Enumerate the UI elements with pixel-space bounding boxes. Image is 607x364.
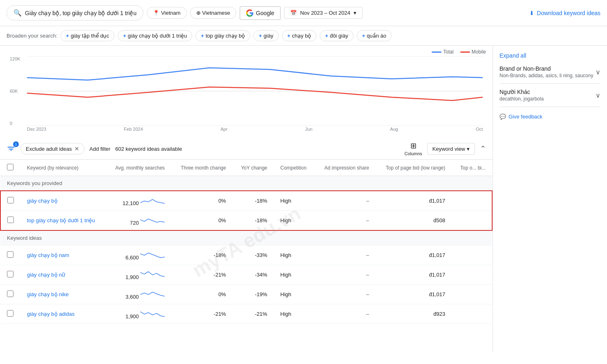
idea-row-1-competition: High	[274, 265, 315, 285]
idea-row-2-top-page-low: đ1,017	[376, 285, 452, 304]
filter-button[interactable]: 1	[7, 144, 16, 154]
broaden-chip-0[interactable]: +giày tập thể dục	[60, 30, 114, 41]
provided-row-0-check[interactable]	[0, 191, 20, 211]
idea-row-1-check[interactable]	[0, 265, 20, 285]
idea-row-3-check[interactable]	[0, 304, 20, 324]
legend-total: Total	[432, 49, 453, 55]
idea-row-1-top-page-low: đ1,017	[376, 265, 452, 285]
select-all-checkbox[interactable]	[7, 164, 13, 170]
idea-row-0-yoy: -33%	[233, 246, 274, 265]
exclude-adult-close-icon[interactable]: ✕	[74, 145, 79, 152]
idea-row-2-check[interactable]	[0, 285, 20, 304]
sidebar-section-brand-text: Brand or Non-Brand Non-Brands, adidas, a…	[499, 65, 593, 78]
download-label: Download keyword ideas	[537, 10, 600, 16]
idea-row-0-avg: 6,600	[105, 246, 171, 265]
broaden-label: Broaden your search:	[7, 33, 57, 39]
google-icon	[246, 9, 253, 17]
keyword-view-button[interactable]: Keyword view ▾	[427, 143, 475, 155]
filter-bar: 1 Exclude adult ideas ✕ Add filter 602 k…	[0, 138, 493, 160]
sparkline-idea-2	[140, 289, 165, 299]
provided-row-1-competition: High	[274, 211, 315, 231]
provided-row-1-avg: 720	[105, 211, 171, 231]
date-range-selector[interactable]: 📅 Nov 2023 – Oct 2024 ▾	[284, 7, 363, 19]
idea-row-3-yoy: -21%	[233, 304, 274, 324]
provided-row-1-top-page-high	[452, 211, 492, 231]
provided-row-1: top giày chạy bộ dưới 1 triệu 720 0% -18…	[0, 211, 492, 231]
x-label-3: Jun	[305, 127, 313, 132]
keyword-table: Keyword (by relevance) Avg. monthly sear…	[0, 160, 493, 324]
table-wrapper: myTA edu.vn Keyword (by relevance) Avg. …	[0, 160, 493, 324]
date-chevron-icon: ▾	[354, 10, 356, 16]
x-label-0: Dec 2023	[27, 127, 46, 132]
mobile-legend-dot	[460, 51, 470, 53]
language-filter[interactable]: ⊕ Vietnamese	[190, 7, 236, 19]
broaden-chip-3[interactable]: +giày	[253, 30, 278, 41]
main-layout: Total Mobile 120K 60K 0	[0, 46, 607, 353]
provided-row-0: giày chạy bộ 12,100 0% -18% High – đ1,01…	[0, 191, 492, 211]
total-legend-dot	[432, 51, 441, 53]
chart-svg	[27, 56, 483, 126]
idea-row-0-ad-impression: –	[315, 246, 376, 265]
broaden-chip-6[interactable]: +quần áo	[357, 30, 392, 41]
th-top-page-high: Top o... bi...	[452, 160, 492, 176]
x-label-4: Aug	[390, 127, 398, 132]
idea-row-3-top-page-low: đ923	[376, 304, 452, 324]
columns-button[interactable]: ⊞ Columns	[404, 141, 422, 156]
idea-row-2-top-page-high	[452, 285, 492, 304]
chart-yaxis: 120K 60K 0	[10, 56, 27, 126]
idea-row-2-avg: 3,600	[105, 285, 171, 304]
idea-row-0: giày chạy bộ nam 6,600 -18% -33% High – …	[0, 246, 492, 265]
provided-row-0-three-month: 0%	[171, 191, 233, 211]
section-provided-row: Keywords you provided	[0, 176, 492, 191]
idea-row-3: giày chạy bộ adidas 1,900 -21% -21% High…	[0, 304, 492, 324]
sidebar-section-nguoi-khac-title: Người Khác	[499, 89, 544, 95]
broaden-chip-4[interactable]: +chạy bộ	[282, 30, 317, 41]
provided-row-1-ad-impression: –	[315, 211, 376, 231]
idea-row-0-top-page-low: đ1,017	[376, 246, 452, 265]
feedback-label: Give feedback	[508, 114, 542, 120]
feedback-icon: 💬	[499, 114, 506, 120]
exclude-adult-chip[interactable]: Exclude adult ideas ✕	[20, 143, 85, 154]
location-filter[interactable]: 📍 Vietnam	[147, 7, 186, 19]
search-box[interactable]: 🔍 Giày chạy bộ, top giày chạy bộ dưới 1 …	[7, 5, 143, 20]
search-icon: 🔍	[13, 9, 22, 17]
give-feedback-button[interactable]: 💬 Give feedback	[499, 114, 600, 120]
expand-all-button[interactable]: Expand all	[499, 52, 600, 59]
idea-row-1: giày chạy bộ nữ 1,900 -21% -34% High – đ…	[0, 265, 492, 285]
y-label-2: 0	[10, 121, 24, 126]
th-avg-monthly: Avg. monthly searches	[105, 160, 171, 176]
idea-row-0-keyword: giày chạy bộ nam	[20, 246, 105, 265]
keyword-view-label: Keyword view	[432, 146, 465, 152]
legend-mobile-label: Mobile	[472, 49, 486, 55]
sidebar-section-nguoi-khac: Người Khác decathlon, jogarbola ∨	[499, 89, 600, 107]
search-text: Giày chạy bộ, top giày chạy bộ dưới 1 tr…	[25, 10, 137, 16]
idea-row-0-check[interactable]	[0, 246, 20, 265]
provided-row-0-ad-impression: –	[315, 191, 376, 211]
th-yoy: YoY change	[233, 160, 274, 176]
section-ideas-row: Keyword ideas	[0, 230, 492, 246]
chart-legend: Total Mobile	[7, 49, 486, 55]
download-button[interactable]: ⬇ Download keyword ideas	[529, 10, 600, 16]
idea-row-3-ad-impression: –	[315, 304, 376, 324]
sidebar-section-brand-header[interactable]: Brand or Non-Brand Non-Brands, adidas, a…	[499, 65, 600, 78]
exclude-adult-label: Exclude adult ideas	[26, 146, 72, 152]
filter-badge: 1	[13, 141, 19, 147]
sidebar-section-nguoi-khac-header[interactable]: Người Khác decathlon, jogarbola ∨	[499, 89, 600, 102]
broaden-chip-1[interactable]: +giày chạy bộ dưới 1 triệu	[118, 30, 192, 41]
broaden-bar: Broaden your search: +giày tập thể dục +…	[0, 26, 607, 46]
add-filter-button[interactable]: Add filter	[90, 146, 110, 152]
columns-icon: ⊞	[410, 141, 417, 150]
idea-row-1-three-month: -21%	[171, 265, 233, 285]
provided-row-0-avg: 12,100	[105, 191, 171, 211]
right-sidebar: Expand all Brand or Non-Brand Non-Brands…	[493, 46, 607, 353]
broaden-chip-5[interactable]: +đôi giày	[320, 30, 353, 41]
idea-row-1-ad-impression: –	[315, 265, 376, 285]
engine-selector[interactable]: Google	[240, 6, 281, 20]
th-select-all[interactable]	[0, 160, 20, 176]
provided-row-1-check[interactable]	[0, 211, 20, 231]
header-bar: 🔍 Giày chạy bộ, top giày chạy bộ dưới 1 …	[0, 0, 607, 26]
legend-total-label: Total	[443, 49, 453, 55]
collapse-button[interactable]: ⌃	[480, 144, 486, 153]
chart-xaxis: Dec 2023 Feb 2024 Apr Jun Aug Oct	[27, 127, 483, 138]
broaden-chip-2[interactable]: +top giày chạy bộ	[195, 30, 250, 41]
